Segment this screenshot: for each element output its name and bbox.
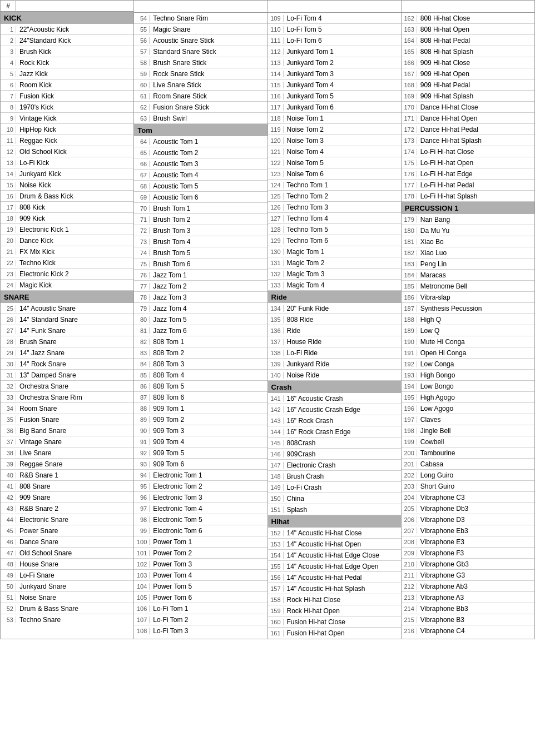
- row-number: 210: [402, 561, 417, 568]
- table-row: 65Acoustic Tom 2: [134, 147, 267, 158]
- row-number: 95: [134, 483, 150, 490]
- row-instrument-name: Low Bongo: [417, 382, 534, 390]
- row-instrument-name: 20" Funk Ride: [284, 305, 401, 312]
- row-number: 69: [134, 194, 150, 201]
- row-instrument-name: Junkyard Tom 6: [284, 103, 401, 111]
- row-instrument-name: Magic Tom 2: [284, 259, 401, 267]
- row-instrument-name: Power Tom 6: [150, 594, 267, 601]
- row-instrument-name: Techno Snare: [16, 616, 133, 624]
- table-row: 55Magic Snare: [134, 24, 267, 35]
- row-instrument-name: 13" Damped Snare: [16, 371, 133, 379]
- table-row: 197Claves: [402, 414, 534, 425]
- row-number: 54: [134, 15, 150, 22]
- row-instrument-name: 909 Tom 6: [150, 460, 267, 468]
- row-instrument-name: Power Snare: [16, 527, 133, 535]
- row-instrument-name: Vibraphone D3: [417, 516, 534, 524]
- row-instrument-name: Lo-Fi Tom 4: [284, 14, 401, 22]
- row-number: 130: [268, 248, 284, 255]
- row-number: 52: [1, 605, 16, 612]
- table-row: 207Vibraphone Eb3: [402, 525, 534, 536]
- row-number: 30: [1, 361, 16, 367]
- table-row: 9Vintage Kick: [1, 113, 133, 124]
- row-number: 178: [402, 193, 417, 200]
- row-instrument-name: Jazz Tom 3: [150, 294, 267, 301]
- row-number: 155: [268, 563, 284, 570]
- row-instrument-name: Electronic Snare: [16, 516, 133, 524]
- row-number: 140: [268, 372, 284, 379]
- table-row: 160Fusion Hi-hat Close: [268, 616, 401, 628]
- drum-list-page: #KICK122"Acoustic Kick224"Standard Kick3…: [0, 0, 535, 639]
- row-number: 211: [402, 572, 417, 579]
- row-instrument-name: Junkyard Tom 5: [284, 92, 401, 100]
- table-row: 209Vibraphone F3: [402, 548, 534, 559]
- row-number: 183: [402, 261, 417, 267]
- table-row: 186Vibra-slap: [402, 292, 534, 303]
- row-number: 86: [134, 383, 150, 390]
- row-number: 71: [134, 216, 150, 223]
- row-number: 105: [134, 594, 150, 601]
- row-number: 137: [268, 339, 284, 345]
- row-number: 27: [1, 327, 16, 334]
- row-instrument-name: Jazz Tom 4: [150, 305, 267, 312]
- row-number: 26: [1, 316, 16, 323]
- row-instrument-name: Acoustic Snare Stick: [150, 37, 267, 44]
- table-row: 49Lo-Fi Snare: [1, 570, 133, 581]
- row-instrument-name: Magic Tom 1: [284, 248, 401, 256]
- table-row: 149Lo-Fi Crash: [268, 482, 401, 493]
- row-number: 212: [402, 583, 417, 590]
- row-number: 68: [134, 183, 150, 190]
- row-instrument-name: Vintage Snare: [16, 438, 133, 446]
- table-row: 45Power Snare: [1, 525, 133, 536]
- row-number: 192: [402, 361, 417, 367]
- row-number: 99: [134, 528, 150, 534]
- row-instrument-name: Vibraphone Db3: [417, 505, 534, 513]
- row-number: 53: [1, 616, 16, 623]
- row-instrument-name: 808 Tom 6: [150, 394, 267, 401]
- table-row: 85808 Tom 4: [134, 370, 267, 381]
- row-instrument-name: 16" Acoustic Crash: [284, 395, 401, 402]
- table-row: 2614" Standard Snare: [1, 314, 133, 325]
- table-row: 83808 Tom 2: [134, 347, 267, 359]
- table-row: 199Cowbell: [402, 436, 534, 447]
- table-row: 129Techno Tom 6: [268, 235, 401, 246]
- row-instrument-name: Lo-Fi Tom 5: [284, 26, 401, 33]
- row-instrument-name: Maracas: [417, 271, 534, 279]
- table-row: 48House Snare: [1, 559, 133, 570]
- table-row: 56Acoustic Snare Stick: [134, 35, 267, 46]
- row-instrument-name: Vibraphone Bb3: [417, 605, 534, 613]
- table-row: 139Junkyard Ride: [268, 359, 401, 370]
- table-row: 103Power Tom 4: [134, 570, 267, 581]
- row-number: 106: [134, 605, 150, 612]
- row-number: 161: [268, 630, 284, 636]
- table-row: 120Noise Tom 3: [268, 135, 401, 146]
- row-number: 197: [402, 416, 417, 423]
- row-instrument-name: Fusion Kick: [16, 92, 133, 100]
- table-row: 145808Crash: [268, 437, 401, 449]
- row-instrument-name: Lo-Fi Hi-hat Close: [417, 148, 534, 156]
- row-number: 156: [268, 574, 284, 581]
- table-row: 15614" Acoustic Hi-hat Pedal: [268, 572, 401, 583]
- row-number: 28: [1, 339, 16, 345]
- row-number: 91: [134, 439, 150, 445]
- row-number: 153: [268, 541, 284, 548]
- table-row: 135808 Ride: [268, 314, 401, 325]
- row-number: 141: [268, 395, 284, 402]
- table-row: 88909 Tom 1: [134, 403, 267, 414]
- table-row: 2914" Jazz Snare: [1, 347, 133, 359]
- row-number: 206: [402, 516, 417, 523]
- table-row: 16Drum & Bass Kick: [1, 191, 133, 202]
- table-header-empty: [268, 1, 401, 13]
- table-row: 191Open Hi Conga: [402, 347, 534, 359]
- row-instrument-name: Lo-Fi Hi-hat Pedal: [417, 181, 534, 189]
- table-row: 204Vibraphone C3: [402, 492, 534, 503]
- table-row: 94Electronic Tom 1: [134, 470, 267, 481]
- table-row: 171Dance Hi-hat Open: [402, 113, 534, 124]
- row-number: 132: [268, 271, 284, 277]
- row-instrument-name: 16" Rock Crash Edge: [284, 428, 401, 436]
- table-row: 69Acoustic Tom 6: [134, 192, 267, 203]
- row-instrument-name: Brush Tom 6: [150, 260, 267, 268]
- row-number: 79: [134, 305, 150, 312]
- row-instrument-name: Cowbell: [417, 438, 534, 446]
- table-row: 97Electronic Tom 4: [134, 503, 267, 514]
- row-instrument-name: Acoustic Tom 2: [150, 149, 267, 157]
